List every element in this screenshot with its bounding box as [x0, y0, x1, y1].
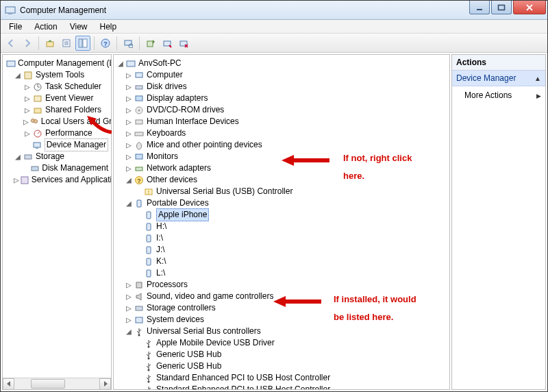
tree-local-users-groups[interactable]: ▷Local Users and Groups: [4, 116, 110, 127]
users-icon: [29, 117, 39, 127]
left-horizontal-scrollbar[interactable]: [3, 378, 111, 389]
expander-icon[interactable]: ▷: [14, 174, 19, 186]
dev-apple-iphone[interactable]: Apple iPhone: [115, 209, 448, 221]
cat-hid[interactable]: ▷Human Interface Devices: [115, 116, 448, 127]
tree-performance[interactable]: ▷Performance: [4, 127, 110, 139]
cat-mice[interactable]: ▷Mice and other pointing devices: [115, 139, 448, 151]
menu-view[interactable]: View: [64, 21, 93, 33]
cat-computer[interactable]: ▷Computer: [115, 69, 448, 81]
dev-drive-k[interactable]: K:\: [115, 256, 448, 267]
titlebar[interactable]: Computer Management: [1, 1, 547, 20]
tree-storage[interactable]: ◢Storage: [4, 151, 110, 162]
cat-other-devices[interactable]: ◢?Other devices: [115, 174, 448, 186]
cat-portable-devices[interactable]: ◢Portable Devices: [115, 197, 448, 209]
tb-forward-button[interactable]: [20, 36, 35, 51]
tb-help-button[interactable]: ?: [98, 36, 113, 51]
close-button[interactable]: [513, 1, 546, 14]
scroll-thumb[interactable]: [31, 379, 65, 389]
cat-storage-controllers[interactable]: ▷Storage controllers: [115, 302, 448, 314]
expander-icon[interactable]: ◢: [125, 197, 133, 209]
dev-drive-h[interactable]: H:\: [115, 221, 448, 232]
console-tree-pane[interactable]: Computer Management (Local ◢ System Tool…: [2, 54, 112, 390]
expander-icon[interactable]: ▷: [23, 93, 32, 104]
device-manager-pane[interactable]: ◢AnvSoft-PC ▷Computer ▷Disk drives ▷Disp…: [113, 54, 450, 390]
dev-ehci-controller[interactable]: Standard Enhanced PCI to USB Host Contro…: [115, 372, 448, 384]
tree-device-manager[interactable]: Device Manager: [4, 139, 110, 151]
expander-icon[interactable]: ▷: [125, 291, 133, 302]
dev-generic-usb-hub[interactable]: Generic USB Hub: [115, 360, 448, 372]
svg-rect-32: [136, 73, 142, 77]
tb-console-tree-button[interactable]: [75, 36, 90, 51]
expander-icon[interactable]: ▷: [23, 116, 29, 127]
expander-icon[interactable]: ▷: [125, 127, 133, 139]
tb-disable-button[interactable]: [160, 36, 175, 51]
dev-generic-usb-hub[interactable]: Generic USB Hub: [115, 349, 448, 360]
expander-icon[interactable]: ◢: [116, 58, 125, 69]
expander-icon[interactable]: ◢: [125, 174, 133, 186]
scroll-left-button[interactable]: [3, 378, 14, 390]
expander-icon[interactable]: ◢: [14, 151, 22, 162]
cat-system-devices[interactable]: ▷System devices: [115, 314, 448, 326]
svg-rect-55: [136, 317, 142, 323]
cat-monitors[interactable]: ▷Monitors: [115, 151, 448, 162]
expander-icon[interactable]: ▷: [125, 139, 133, 151]
cat-keyboards[interactable]: ▷Keyboards: [115, 127, 448, 139]
expander-icon[interactable]: ▷: [125, 302, 133, 314]
expander-icon[interactable]: ◢: [125, 326, 133, 337]
expander-icon[interactable]: ▷: [125, 162, 133, 174]
scroll-track[interactable]: [14, 378, 99, 390]
expander-icon[interactable]: ▷: [23, 127, 32, 139]
cat-display-adapters[interactable]: ▷Display adapters: [115, 93, 448, 104]
dev-ehci-controller[interactable]: Standard Enhanced PCI to USB Host Contro…: [115, 384, 448, 390]
tb-uninstall-button[interactable]: [176, 36, 191, 51]
expander-icon[interactable]: ▷: [125, 116, 133, 127]
expander-icon[interactable]: ▷: [125, 104, 133, 116]
menu-file[interactable]: File: [3, 21, 27, 33]
tree-disk-management[interactable]: Disk Management: [4, 162, 110, 174]
menu-action[interactable]: Action: [29, 21, 62, 33]
scroll-right-button[interactable]: [99, 378, 111, 390]
actions-section-device-manager[interactable]: Device Manager: [452, 71, 545, 86]
dev-drive-j[interactable]: J:\: [115, 244, 448, 256]
tb-properties-button[interactable]: [59, 36, 74, 51]
minimize-button[interactable]: [469, 1, 490, 14]
svg-rect-46: [137, 200, 141, 207]
tb-update-driver-button[interactable]: [143, 36, 158, 51]
cat-disk-drives[interactable]: ▷Disk drives: [115, 81, 448, 93]
tree-services-applications[interactable]: ▷Services and Applications: [4, 174, 110, 186]
tree-root-computer-management[interactable]: Computer Management (Local: [4, 58, 110, 69]
actions-more-actions[interactable]: More Actions: [452, 86, 545, 104]
tree-event-viewer[interactable]: ▷Event Viewer: [4, 93, 110, 104]
tb-up-button[interactable]: [42, 36, 58, 51]
devtree-root[interactable]: ◢AnvSoft-PC: [115, 58, 448, 69]
tree-shared-folders[interactable]: ▷Shared Folders: [4, 104, 110, 116]
expander-icon[interactable]: ▷: [125, 314, 133, 326]
dev-drive-l[interactable]: L:\: [115, 267, 448, 279]
expander-icon[interactable]: ▷: [125, 69, 133, 81]
tree-task-scheduler[interactable]: ▷Task Scheduler: [4, 81, 110, 93]
tree-system-tools[interactable]: ◢ System Tools: [4, 69, 110, 81]
menu-help[interactable]: Help: [95, 21, 123, 33]
dev-drive-i[interactable]: I:\: [115, 232, 448, 244]
tb-back-button[interactable]: [3, 36, 18, 51]
storage-icon: [23, 151, 34, 162]
svg-rect-0: [5, 7, 15, 13]
cat-network-adapters[interactable]: ▷Network adapters: [115, 162, 448, 174]
expander-icon[interactable]: ▷: [125, 93, 133, 104]
dev-apple-mobile-usb-driver[interactable]: Apple Mobile Device USB Driver: [115, 337, 448, 349]
expander-icon[interactable]: ▷: [125, 81, 133, 93]
dev-other-usb-controller[interactable]: !Universal Serial Bus (USB) Controller: [115, 186, 448, 197]
cat-dvd-cdrom[interactable]: ▷DVD/CD-ROM drives: [115, 104, 448, 116]
expander-icon[interactable]: ▷: [125, 151, 133, 162]
actions-pane: Actions Device Manager More Actions: [451, 54, 546, 390]
maximize-button[interactable]: [491, 1, 512, 14]
cat-sound-video-game[interactable]: ▷Sound, video and game controllers: [115, 291, 448, 302]
tb-scan-hardware-button[interactable]: [121, 36, 136, 51]
expander-icon[interactable]: ▷: [125, 279, 133, 291]
cat-processors[interactable]: ▷Processors: [115, 279, 448, 291]
expander-icon[interactable]: ▷: [23, 81, 32, 93]
expander-icon[interactable]: ◢: [14, 69, 22, 81]
cat-usb-controllers[interactable]: ◢Universal Serial Bus controllers: [115, 326, 448, 337]
computer-management-window: Computer Management File Action View Hel…: [0, 0, 548, 392]
expander-icon[interactable]: ▷: [23, 104, 32, 116]
